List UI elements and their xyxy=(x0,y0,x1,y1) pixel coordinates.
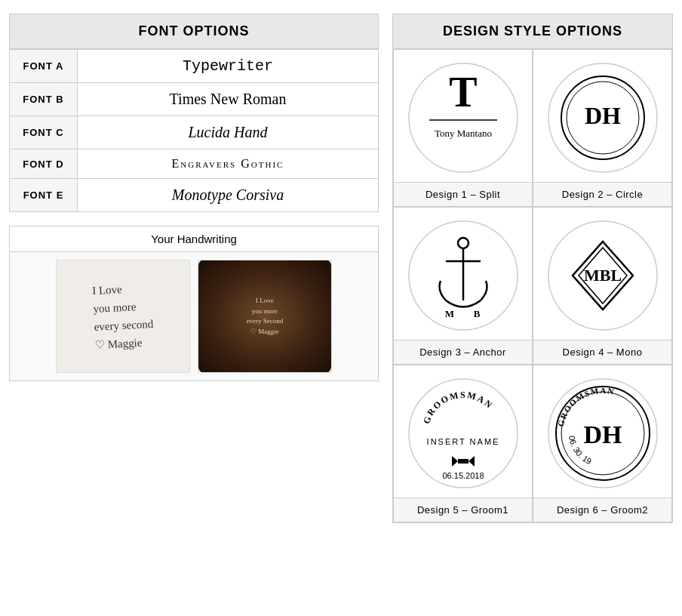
font-name-e: Monotype Corsiva xyxy=(78,179,379,212)
design-3-label: Design 3 – Anchor xyxy=(394,340,532,364)
svg-text:06.15.2018: 06.15.2018 xyxy=(442,471,484,480)
design-2-image: DH xyxy=(542,57,663,178)
font-label-d: FONT D xyxy=(10,149,78,179)
design-1-image: T Tony Mantano xyxy=(403,57,524,178)
design-5-image: GROOMSMAN INSERT NAME 06.15.2018 xyxy=(403,373,524,494)
font-row-b: FONT B Times New Roman xyxy=(10,83,379,116)
font-label-a: FONT A xyxy=(10,50,78,83)
watch-overlay-text: I Loveyou moreevery Second♡ Maggie xyxy=(247,296,284,337)
design-cell-4[interactable]: MBL Design 4 – Mono xyxy=(533,207,672,365)
design-cell-5[interactable]: GROOMSMAN INSERT NAME 06.15.2018 Design … xyxy=(393,365,533,522)
left-panel: FONT OPTIONS FONT A Typewriter FONT B Ti… xyxy=(9,14,379,523)
design-cell-3[interactable]: M B Design 3 – Anchor xyxy=(393,207,533,365)
svg-text:T: T xyxy=(449,69,477,116)
design-cell-1[interactable]: T Tony Mantano Design 1 – Split xyxy=(393,49,533,207)
svg-text:DH: DH xyxy=(583,420,622,448)
font-label-b: FONT B xyxy=(10,83,78,116)
font-row-d: FONT D Engravers Gothic xyxy=(10,149,379,179)
handwriting-images: I Loveyou moreevery second♡ Maggie I Lov… xyxy=(10,252,378,380)
font-name-a: Typewriter xyxy=(78,50,379,83)
main-layout: FONT OPTIONS FONT A Typewriter FONT B Ti… xyxy=(0,0,682,537)
design-3-svg: M B xyxy=(407,219,520,332)
design-5-label: Design 5 – Groom1 xyxy=(394,497,532,522)
font-name-c: Lucida Hand xyxy=(78,116,379,149)
svg-text:Tony Mantano: Tony Mantano xyxy=(435,128,492,139)
handwriting-note-text: I Loveyou moreevery second♡ Maggie xyxy=(84,270,163,362)
font-label-e: FONT E xyxy=(10,179,78,212)
watch-face: I Loveyou moreevery Second♡ Maggie xyxy=(198,260,331,373)
handwriting-watch-image: I Loveyou moreevery Second♡ Maggie xyxy=(198,260,332,373)
design-6-label: Design 6 – Groom2 xyxy=(533,497,671,522)
font-label-c: FONT C xyxy=(10,116,78,149)
design-style-title: DESIGN STYLE OPTIONS xyxy=(392,14,673,49)
svg-text:DH: DH xyxy=(585,102,621,129)
svg-text:INSERT NAME: INSERT NAME xyxy=(426,437,499,446)
design-2-svg: DH xyxy=(546,61,659,174)
design-6-svg: GROOMSMAN DH 06. 30. 19 xyxy=(546,377,659,490)
font-name-d: Engravers Gothic xyxy=(78,149,379,179)
font-row-e: FONT E Monotype Corsiva xyxy=(10,179,379,212)
handwriting-note-image: I Loveyou moreevery second♡ Maggie xyxy=(56,260,190,373)
svg-text:M: M xyxy=(444,308,453,319)
font-table: FONT A Typewriter FONT B Times New Roman… xyxy=(9,49,379,212)
design-6-image: GROOMSMAN DH 06. 30. 19 xyxy=(542,373,663,494)
design-4-image: MBL xyxy=(542,215,663,336)
font-options-title: FONT OPTIONS xyxy=(9,14,379,49)
font-row-a: FONT A Typewriter xyxy=(10,50,379,83)
font-name-b: Times New Roman xyxy=(78,83,379,116)
design-1-label: Design 1 – Split xyxy=(394,182,532,206)
svg-rect-23 xyxy=(458,459,468,464)
design-5-svg: GROOMSMAN INSERT NAME 06.15.2018 xyxy=(407,377,520,490)
design-2-label: Design 2 – Circle xyxy=(533,182,671,206)
design-3-image: M B xyxy=(403,215,524,336)
design-cell-6[interactable]: GROOMSMAN DH 06. 30. 19 Design 6 – Groom… xyxy=(533,365,672,522)
design-grid: T Tony Mantano Design 1 – Split xyxy=(392,49,673,523)
design-cell-2[interactable]: DH Design 2 – Circle xyxy=(533,49,672,207)
design-4-label: Design 4 – Mono xyxy=(533,340,671,364)
svg-text:B: B xyxy=(473,308,480,319)
font-row-c: FONT C Lucida Hand xyxy=(10,116,379,149)
design-1-svg: T Tony Mantano xyxy=(407,61,520,174)
handwriting-title: Your Handwriting xyxy=(10,226,378,252)
design-4-svg: MBL xyxy=(546,219,659,332)
svg-text:MBL: MBL xyxy=(583,266,621,285)
right-panel: DESIGN STYLE OPTIONS T Tony Mantano Desi… xyxy=(392,14,673,523)
handwriting-section: Your Handwriting I Loveyou moreevery sec… xyxy=(9,226,379,381)
